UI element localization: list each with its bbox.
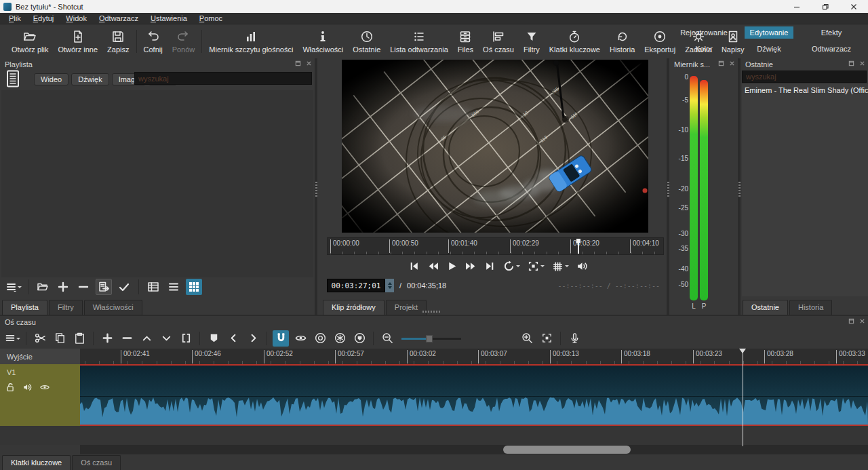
recent-button[interactable]: Ostatnie (348, 26, 385, 57)
ripple-all-tracks-toggle[interactable] (332, 330, 348, 347)
recent-search-input[interactable] (742, 71, 867, 83)
skip-end-button[interactable] (484, 260, 496, 272)
splitter-handle[interactable] (667, 182, 669, 197)
ripple-markers-toggle[interactable] (351, 330, 368, 347)
grid-button[interactable] (552, 260, 569, 272)
save-button[interactable]: Zapisz (102, 26, 134, 57)
track-header-v1[interactable]: V1 (0, 364, 80, 426)
timeline-scrollbar[interactable] (80, 445, 868, 454)
float-panel-icon[interactable] (718, 60, 724, 66)
float-panel-icon[interactable] (295, 60, 301, 66)
view-icons-button[interactable] (186, 279, 202, 295)
skip-start-button[interactable] (408, 260, 420, 272)
redo-button[interactable]: Ponów (167, 26, 200, 57)
tab-ostatnie[interactable]: Ostatnie (743, 300, 788, 315)
lock-icon[interactable] (5, 382, 16, 393)
filter-chip-dzwiek[interactable]: Dźwięk (71, 73, 108, 85)
record-audio-button[interactable] (566, 330, 583, 347)
menu-odtwarzacz[interactable]: Odtwarzacz (93, 14, 144, 23)
scrub-while-dragging-toggle[interactable] (292, 330, 309, 347)
close-button[interactable] (840, 0, 868, 13)
splitter-handle[interactable] (738, 182, 741, 197)
properties-button[interactable]: Właściwości (298, 26, 348, 57)
playlist-remove-button[interactable] (75, 279, 92, 295)
menu-edytuj[interactable]: Edytuj (27, 14, 60, 23)
timeline-clip-audio[interactable] (80, 364, 868, 426)
zoom-in-button[interactable] (519, 330, 535, 347)
playlist-update-button[interactable] (96, 279, 112, 295)
marker-button[interactable] (205, 330, 222, 347)
tab-os-czasu[interactable]: Oś czasu (72, 455, 121, 470)
splitter-handle[interactable] (422, 311, 440, 313)
lift-button[interactable] (138, 330, 155, 347)
tab-wlasciwosci[interactable]: Właściwości (84, 300, 142, 315)
tab-klatki-kluczowe[interactable]: Klatki kluczowe (2, 455, 71, 470)
view-details-button[interactable] (145, 279, 161, 295)
prev-marker-button[interactable] (225, 330, 241, 347)
recent-item[interactable]: Eminem - The Real Slim Shady (Official..… (742, 84, 868, 96)
view-tiles-button[interactable] (165, 279, 182, 295)
restore-button[interactable] (811, 0, 840, 13)
rewind-button[interactable] (427, 260, 439, 272)
zoom-fit-player-button[interactable] (528, 260, 545, 272)
playlist-button[interactable]: Lista odtwarzania (385, 26, 453, 57)
scrollbar-thumb[interactable] (503, 446, 631, 454)
splitter-handle[interactable] (315, 182, 317, 197)
float-panel-icon[interactable] (848, 318, 854, 324)
hide-icon[interactable] (39, 382, 50, 393)
copy-button[interactable] (52, 330, 68, 347)
float-panel-icon[interactable] (848, 60, 854, 66)
menu-ustawienia[interactable]: Ustawienia (144, 14, 193, 23)
ripple-toggle[interactable] (312, 330, 328, 347)
tab-projekt[interactable]: Projekt (386, 300, 427, 315)
next-marker-button[interactable] (245, 330, 261, 347)
layout-rejestrowanie[interactable]: Rejestrowanie (675, 26, 733, 39)
menu-widok[interactable]: Widok (60, 14, 93, 23)
layout-kolor[interactable]: Kolor (690, 43, 718, 55)
tab-filtry[interactable]: Filtry (49, 300, 83, 315)
tab-klip-zrodlowy[interactable]: Klip źródłowy (323, 300, 384, 315)
filter-chip-wideo[interactable]: Wideo (34, 73, 68, 85)
files-button[interactable]: Files (453, 26, 478, 57)
tab-playlista[interactable]: Playlista (2, 300, 47, 315)
open-other-button[interactable]: Otwórz inne (53, 26, 102, 57)
layout-edytowanie[interactable]: Edytowanie (745, 26, 794, 39)
volume-button[interactable] (576, 260, 588, 272)
current-time-spinbox[interactable] (327, 279, 385, 292)
zoom-fit-button[interactable] (538, 330, 555, 347)
snap-toggle[interactable] (273, 330, 289, 347)
timeline-menu-button[interactable] (4, 330, 20, 347)
fast-forward-button[interactable] (465, 260, 477, 272)
paste-button[interactable] (71, 330, 87, 347)
slider-thumb[interactable] (426, 335, 433, 342)
menu-plik[interactable]: Plik (3, 14, 27, 23)
time-spinner-buttons[interactable] (385, 279, 394, 292)
cut-button[interactable] (32, 330, 48, 347)
open-file-button[interactable]: Otwórz plik (7, 26, 53, 57)
undo-button[interactable]: Cofnij (139, 26, 167, 57)
zoom-out-button[interactable] (379, 330, 395, 347)
timeline-ruler[interactable]: 00:02:41 00:02:46 00:02:52 00:02:57 00:0… (80, 349, 868, 364)
playlist-menu-button[interactable] (5, 279, 22, 295)
timeline-zoom-slider[interactable] (401, 334, 461, 342)
timeline-output-button[interactable]: Wyjście (0, 349, 80, 364)
loop-button[interactable] (503, 260, 520, 272)
timeline-playhead[interactable] (743, 349, 743, 446)
tab-historia[interactable]: Historia (789, 300, 832, 315)
close-panel-icon[interactable] (306, 60, 312, 66)
playlist-open-button[interactable] (35, 279, 51, 295)
split-button[interactable] (178, 330, 194, 347)
player-playhead[interactable] (578, 239, 579, 254)
filters-button[interactable]: Filtry (519, 26, 545, 57)
play-button[interactable] (446, 260, 458, 272)
append-button[interactable] (99, 330, 115, 347)
minimize-button[interactable] (783, 0, 811, 13)
playlist-update-thumb-button[interactable] (116, 279, 132, 295)
overwrite-button[interactable] (158, 330, 174, 347)
layout-efekty[interactable]: Efekty (816, 26, 848, 39)
peak-meter-button[interactable]: Miernik szczytu głośności (204, 26, 298, 57)
ripple-delete-button[interactable] (119, 330, 135, 347)
close-panel-icon[interactable] (729, 60, 735, 66)
close-panel-icon[interactable] (859, 60, 865, 66)
timeline-button[interactable]: Oś czasu (478, 26, 519, 57)
